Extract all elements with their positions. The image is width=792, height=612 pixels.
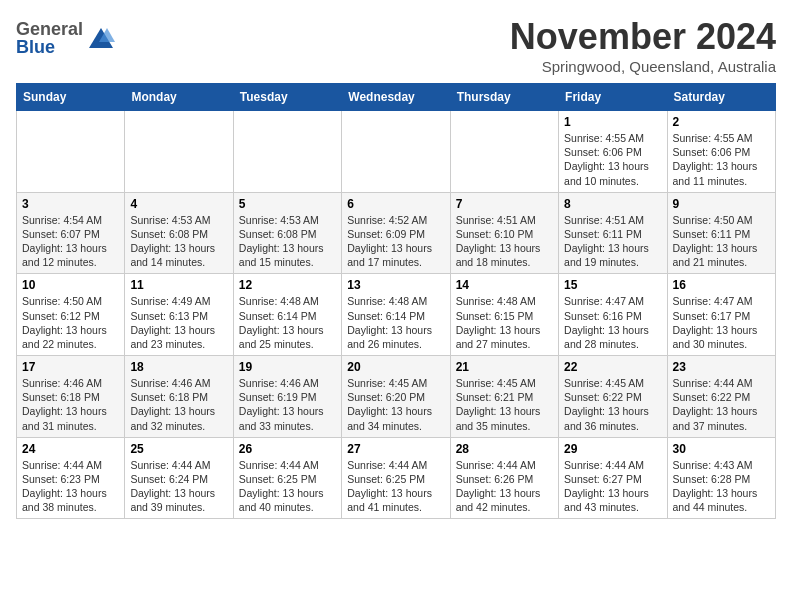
day-number: 24 — [22, 442, 119, 456]
day-info: Sunrise: 4:47 AM Sunset: 6:16 PM Dayligh… — [564, 294, 661, 351]
day-number: 18 — [130, 360, 227, 374]
day-number: 13 — [347, 278, 444, 292]
calendar-cell: 10Sunrise: 4:50 AM Sunset: 6:12 PM Dayli… — [17, 274, 125, 356]
calendar-cell: 26Sunrise: 4:44 AM Sunset: 6:25 PM Dayli… — [233, 437, 341, 519]
day-number: 4 — [130, 197, 227, 211]
day-number: 2 — [673, 115, 770, 129]
calendar-cell: 2Sunrise: 4:55 AM Sunset: 6:06 PM Daylig… — [667, 111, 775, 193]
calendar-cell: 20Sunrise: 4:45 AM Sunset: 6:20 PM Dayli… — [342, 356, 450, 438]
calendar-cell: 25Sunrise: 4:44 AM Sunset: 6:24 PM Dayli… — [125, 437, 233, 519]
day-info: Sunrise: 4:46 AM Sunset: 6:18 PM Dayligh… — [130, 376, 227, 433]
calendar-cell: 19Sunrise: 4:46 AM Sunset: 6:19 PM Dayli… — [233, 356, 341, 438]
calendar-cell: 4Sunrise: 4:53 AM Sunset: 6:08 PM Daylig… — [125, 192, 233, 274]
logo-general: General — [16, 20, 83, 38]
day-info: Sunrise: 4:45 AM Sunset: 6:22 PM Dayligh… — [564, 376, 661, 433]
calendar-cell: 9Sunrise: 4:50 AM Sunset: 6:11 PM Daylig… — [667, 192, 775, 274]
calendar-cell: 11Sunrise: 4:49 AM Sunset: 6:13 PM Dayli… — [125, 274, 233, 356]
calendar-week-5: 24Sunrise: 4:44 AM Sunset: 6:23 PM Dayli… — [17, 437, 776, 519]
day-info: Sunrise: 4:51 AM Sunset: 6:10 PM Dayligh… — [456, 213, 553, 270]
day-number: 6 — [347, 197, 444, 211]
day-number: 1 — [564, 115, 661, 129]
calendar-cell: 22Sunrise: 4:45 AM Sunset: 6:22 PM Dayli… — [559, 356, 667, 438]
day-number: 29 — [564, 442, 661, 456]
calendar-week-3: 10Sunrise: 4:50 AM Sunset: 6:12 PM Dayli… — [17, 274, 776, 356]
day-info: Sunrise: 4:44 AM Sunset: 6:25 PM Dayligh… — [347, 458, 444, 515]
day-number: 25 — [130, 442, 227, 456]
calendar-cell: 1Sunrise: 4:55 AM Sunset: 6:06 PM Daylig… — [559, 111, 667, 193]
logo-blue: Blue — [16, 38, 83, 56]
logo-icon — [87, 24, 115, 52]
day-info: Sunrise: 4:48 AM Sunset: 6:14 PM Dayligh… — [239, 294, 336, 351]
day-info: Sunrise: 4:44 AM Sunset: 6:24 PM Dayligh… — [130, 458, 227, 515]
day-number: 20 — [347, 360, 444, 374]
day-number: 26 — [239, 442, 336, 456]
day-number: 22 — [564, 360, 661, 374]
day-number: 21 — [456, 360, 553, 374]
day-number: 15 — [564, 278, 661, 292]
calendar-cell: 29Sunrise: 4:44 AM Sunset: 6:27 PM Dayli… — [559, 437, 667, 519]
day-info: Sunrise: 4:51 AM Sunset: 6:11 PM Dayligh… — [564, 213, 661, 270]
day-info: Sunrise: 4:52 AM Sunset: 6:09 PM Dayligh… — [347, 213, 444, 270]
day-info: Sunrise: 4:48 AM Sunset: 6:15 PM Dayligh… — [456, 294, 553, 351]
day-number: 19 — [239, 360, 336, 374]
calendar-table: SundayMondayTuesdayWednesdayThursdayFrid… — [16, 83, 776, 519]
calendar-cell — [342, 111, 450, 193]
calendar-cell: 7Sunrise: 4:51 AM Sunset: 6:10 PM Daylig… — [450, 192, 558, 274]
day-info: Sunrise: 4:44 AM Sunset: 6:25 PM Dayligh… — [239, 458, 336, 515]
day-info: Sunrise: 4:48 AM Sunset: 6:14 PM Dayligh… — [347, 294, 444, 351]
calendar-cell: 17Sunrise: 4:46 AM Sunset: 6:18 PM Dayli… — [17, 356, 125, 438]
page-header: General Blue November 2024 Springwood, Q… — [16, 16, 776, 75]
calendar-week-2: 3Sunrise: 4:54 AM Sunset: 6:07 PM Daylig… — [17, 192, 776, 274]
calendar-cell: 13Sunrise: 4:48 AM Sunset: 6:14 PM Dayli… — [342, 274, 450, 356]
calendar-week-1: 1Sunrise: 4:55 AM Sunset: 6:06 PM Daylig… — [17, 111, 776, 193]
day-number: 27 — [347, 442, 444, 456]
day-info: Sunrise: 4:54 AM Sunset: 6:07 PM Dayligh… — [22, 213, 119, 270]
day-info: Sunrise: 4:53 AM Sunset: 6:08 PM Dayligh… — [130, 213, 227, 270]
day-of-week-friday: Friday — [559, 84, 667, 111]
day-info: Sunrise: 4:44 AM Sunset: 6:22 PM Dayligh… — [673, 376, 770, 433]
day-of-week-saturday: Saturday — [667, 84, 775, 111]
calendar-cell: 27Sunrise: 4:44 AM Sunset: 6:25 PM Dayli… — [342, 437, 450, 519]
logo: General Blue — [16, 20, 115, 56]
calendar-cell: 6Sunrise: 4:52 AM Sunset: 6:09 PM Daylig… — [342, 192, 450, 274]
day-number: 14 — [456, 278, 553, 292]
calendar-cell: 28Sunrise: 4:44 AM Sunset: 6:26 PM Dayli… — [450, 437, 558, 519]
calendar-cell: 3Sunrise: 4:54 AM Sunset: 6:07 PM Daylig… — [17, 192, 125, 274]
calendar-cell: 30Sunrise: 4:43 AM Sunset: 6:28 PM Dayli… — [667, 437, 775, 519]
calendar-cell: 16Sunrise: 4:47 AM Sunset: 6:17 PM Dayli… — [667, 274, 775, 356]
calendar-cell: 24Sunrise: 4:44 AM Sunset: 6:23 PM Dayli… — [17, 437, 125, 519]
day-info: Sunrise: 4:44 AM Sunset: 6:23 PM Dayligh… — [22, 458, 119, 515]
day-info: Sunrise: 4:44 AM Sunset: 6:26 PM Dayligh… — [456, 458, 553, 515]
day-number: 7 — [456, 197, 553, 211]
title-section: November 2024 Springwood, Queensland, Au… — [510, 16, 776, 75]
day-number: 3 — [22, 197, 119, 211]
calendar-week-4: 17Sunrise: 4:46 AM Sunset: 6:18 PM Dayli… — [17, 356, 776, 438]
location: Springwood, Queensland, Australia — [510, 58, 776, 75]
day-info: Sunrise: 4:46 AM Sunset: 6:18 PM Dayligh… — [22, 376, 119, 433]
day-number: 28 — [456, 442, 553, 456]
day-of-week-tuesday: Tuesday — [233, 84, 341, 111]
calendar-cell — [450, 111, 558, 193]
day-number: 8 — [564, 197, 661, 211]
calendar-cell: 5Sunrise: 4:53 AM Sunset: 6:08 PM Daylig… — [233, 192, 341, 274]
day-number: 5 — [239, 197, 336, 211]
day-info: Sunrise: 4:44 AM Sunset: 6:27 PM Dayligh… — [564, 458, 661, 515]
month-title: November 2024 — [510, 16, 776, 58]
day-number: 23 — [673, 360, 770, 374]
day-number: 10 — [22, 278, 119, 292]
day-number: 11 — [130, 278, 227, 292]
day-info: Sunrise: 4:55 AM Sunset: 6:06 PM Dayligh… — [564, 131, 661, 188]
day-of-week-thursday: Thursday — [450, 84, 558, 111]
calendar-cell: 18Sunrise: 4:46 AM Sunset: 6:18 PM Dayli… — [125, 356, 233, 438]
day-of-week-wednesday: Wednesday — [342, 84, 450, 111]
calendar-cell: 12Sunrise: 4:48 AM Sunset: 6:14 PM Dayli… — [233, 274, 341, 356]
calendar-cell: 15Sunrise: 4:47 AM Sunset: 6:16 PM Dayli… — [559, 274, 667, 356]
day-info: Sunrise: 4:50 AM Sunset: 6:12 PM Dayligh… — [22, 294, 119, 351]
logo-text: General Blue — [16, 20, 83, 56]
day-info: Sunrise: 4:47 AM Sunset: 6:17 PM Dayligh… — [673, 294, 770, 351]
day-number: 12 — [239, 278, 336, 292]
day-info: Sunrise: 4:50 AM Sunset: 6:11 PM Dayligh… — [673, 213, 770, 270]
day-info: Sunrise: 4:55 AM Sunset: 6:06 PM Dayligh… — [673, 131, 770, 188]
day-of-week-sunday: Sunday — [17, 84, 125, 111]
calendar-cell: 21Sunrise: 4:45 AM Sunset: 6:21 PM Dayli… — [450, 356, 558, 438]
